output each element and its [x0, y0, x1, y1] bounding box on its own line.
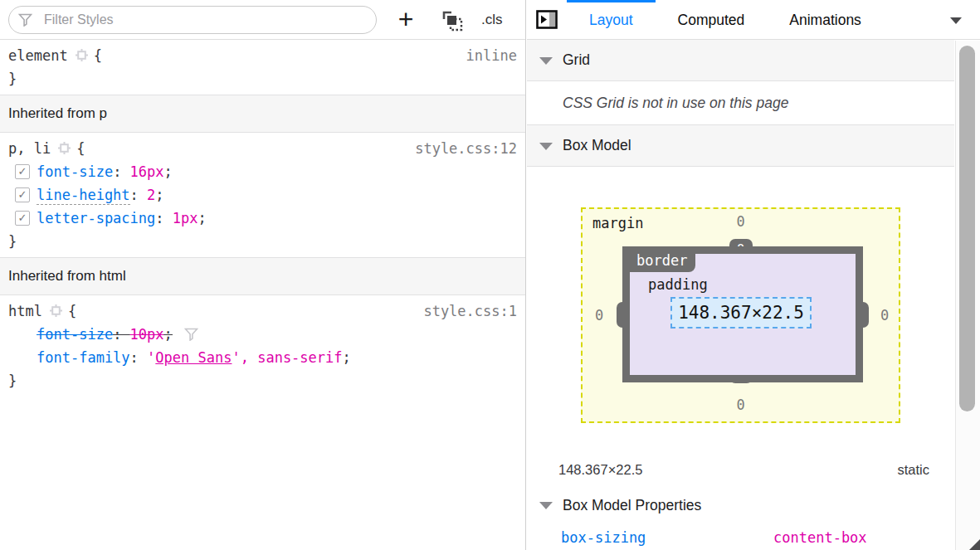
resize-grip[interactable]	[969, 539, 980, 550]
property-colon: :	[155, 210, 172, 226]
box-model-properties-header[interactable]: Box Model Properties	[527, 495, 954, 517]
rule-p-li: p, li{ style.css:12 ✓ font-size: 16px; ✓…	[0, 133, 525, 257]
brace-close: }	[8, 372, 17, 389]
declaration-font-size-overridden: font-size: 10px;	[8, 323, 517, 346]
twisty-down-icon[interactable]	[539, 143, 553, 150]
declaration-checkbox[interactable]: ✓	[15, 187, 30, 202]
sidebar-tabbar: Layout Computed Animations	[527, 0, 980, 40]
rule-p-li-selector-line: p, li{ style.css:12	[8, 137, 517, 160]
property-semicolon: ;	[155, 187, 163, 203]
property-value[interactable]: content-box	[773, 528, 867, 548]
rule-source-link[interactable]: style.css:1	[423, 299, 517, 323]
scrollbar-track[interactable]	[955, 41, 980, 550]
filter-styles-input[interactable]	[8, 6, 377, 34]
sidebar-toggle-icon	[536, 10, 558, 29]
rule-source-link[interactable]: style.css:12	[415, 137, 517, 160]
margin-left-value[interactable]: 0	[591, 307, 607, 324]
inherited-from-html-header: Inherited from html	[0, 257, 525, 295]
layout-content: Grid CSS Grid is not in use on this page…	[527, 40, 954, 550]
property-value-quote: ',	[232, 349, 257, 366]
rules-toolbar: + .cls	[0, 0, 525, 40]
property-colon: :	[113, 163, 129, 180]
property-semicolon: ;	[198, 210, 207, 226]
rule-html-selector-line: html{ style.css:1	[8, 299, 517, 323]
property-name[interactable]: font-family	[37, 349, 130, 366]
grid-section-header[interactable]: Grid	[527, 40, 954, 81]
property-value-quote: '	[147, 349, 155, 366]
toggle-pseudo-classes-icon[interactable]	[438, 8, 468, 35]
property-colon: :	[130, 187, 147, 203]
selector-element[interactable]: element	[8, 47, 68, 64]
tab-animations[interactable]: Animations	[767, 0, 884, 40]
property-name[interactable]: font-size	[37, 326, 113, 343]
font-family-link[interactable]: Open Sans	[155, 349, 232, 366]
tab-layout[interactable]: Layout	[567, 0, 656, 40]
rule-element-selector-line: element{ inline	[8, 44, 517, 67]
overridden-filter-icon[interactable]	[184, 328, 198, 341]
inherited-from-p-header: Inherited from p	[0, 95, 525, 133]
property-value[interactable]: 10px	[130, 326, 164, 343]
add-rule-button[interactable]: +	[392, 4, 420, 36]
rule-source-inline[interactable]: inline	[466, 44, 517, 67]
property-value[interactable]: 2	[147, 187, 155, 203]
declaration-checkbox[interactable]: ✓	[15, 211, 30, 226]
property-value[interactable]: sans-serif	[257, 349, 342, 366]
declaration-line-height: ✓ line-height: 2;	[8, 183, 517, 207]
box-model-content-box[interactable]: 148.367×22.5	[670, 297, 812, 329]
twisty-down-icon[interactable]	[539, 57, 553, 65]
rule-element: element{ inline }	[0, 40, 525, 95]
property-semicolon: ;	[164, 326, 173, 343]
box-model-diagram: margin 0 0 0 0 0 0 0 0 0 0 0 0 border pa…	[527, 167, 954, 450]
tab-computed[interactable]: Computed	[656, 0, 768, 40]
grid-section-title: Grid	[563, 51, 590, 68]
brace-close: }	[8, 71, 17, 87]
highlighter-target-icon[interactable]	[58, 142, 71, 154]
property-value[interactable]: 1px	[173, 210, 198, 226]
margin-label: margin	[592, 215, 643, 231]
twisty-down-icon[interactable]	[539, 502, 553, 509]
overridden-declaration[interactable]: font-size: 10px;	[37, 326, 173, 343]
sidebar-toggle-button[interactable]	[527, 10, 567, 29]
declaration-font-size: ✓ font-size: 16px;	[8, 160, 517, 183]
element-position: static	[897, 462, 929, 478]
padding-label: padding	[648, 276, 708, 293]
brace-open: {	[76, 140, 85, 157]
box-model-properties-title: Box Model Properties	[563, 497, 701, 513]
declaration-checkbox[interactable]: ✓	[15, 164, 30, 179]
highlighter-target-icon[interactable]	[76, 49, 88, 61]
property-name[interactable]: box-sizing	[561, 529, 646, 546]
box-model-margin-box[interactable]: margin 0 0 0 0 0 0 0 0 0 0 0 0 border pa…	[581, 207, 900, 423]
box-sizing-property-row: box-sizing content-box	[527, 528, 954, 550]
box-model-section-header[interactable]: Box Model	[527, 125, 954, 167]
property-semicolon: ;	[164, 163, 173, 180]
toggle-classes-button[interactable]: .cls	[481, 10, 503, 30]
box-model-border-box[interactable]: border padding 148.367×22.5	[622, 246, 863, 382]
brace-close-line: }	[8, 369, 517, 392]
property-colon: :	[130, 349, 147, 366]
brace-open: {	[94, 47, 102, 64]
rules-panel: + .cls element{ inline } Inherited from …	[0, 0, 526, 550]
all-tabs-chevron-down-icon[interactable]	[950, 17, 962, 24]
property-name[interactable]: line-height	[37, 187, 130, 205]
property-colon: :	[113, 326, 129, 343]
brace-close: }	[8, 233, 17, 250]
declaration-font-family: font-family: 'Open Sans', sans-serif;	[8, 346, 517, 369]
property-name[interactable]: letter-spacing	[37, 210, 155, 226]
brace-close-line: }	[8, 230, 517, 253]
property-value[interactable]: 16px	[130, 163, 164, 180]
brace-close-line: }	[8, 67, 517, 90]
selector-p-li[interactable]: p, li	[8, 140, 51, 157]
brace-open: {	[68, 303, 76, 319]
margin-right-value[interactable]: 0	[876, 307, 893, 324]
margin-bottom-value[interactable]: 0	[733, 397, 749, 413]
rule-html: html{ style.css:1 font-size: 10px; font-…	[0, 295, 525, 397]
property-name[interactable]: font-size	[37, 163, 113, 180]
margin-top-value[interactable]: 0	[733, 213, 749, 230]
filter-funnel-icon	[18, 13, 32, 27]
selector-html[interactable]: html	[8, 303, 42, 319]
highlighter-target-icon[interactable]	[50, 304, 62, 317]
declaration-letter-spacing: ✓ letter-spacing: 1px;	[8, 207, 517, 230]
layout-sidebar-panel: Layout Computed Animations Grid CSS Grid…	[527, 0, 980, 550]
scrollbar-thumb[interactable]	[959, 46, 975, 411]
grid-empty-message: CSS Grid is not in use on this page	[527, 81, 954, 125]
